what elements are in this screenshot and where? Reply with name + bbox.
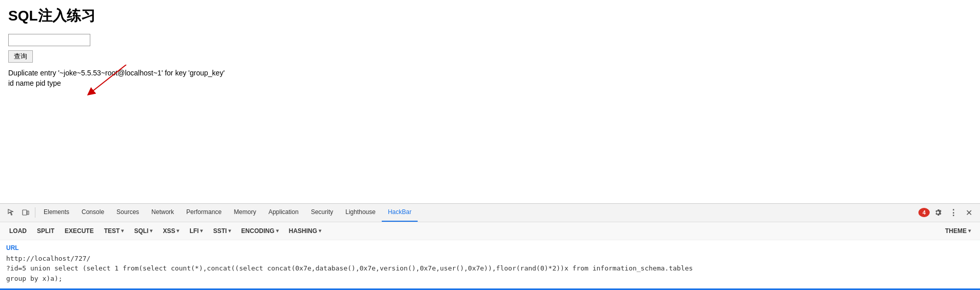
error-badge: 4: [918, 208, 930, 217]
svg-rect-1: [23, 210, 27, 215]
hackbar-theme-button[interactable]: THEME ▾: [942, 225, 974, 237]
tab-elements[interactable]: Elements: [37, 203, 75, 222]
devtools-panel: Elements Console Sources Network Perform…: [0, 203, 980, 291]
hackbar-execute-button[interactable]: EXECUTE: [62, 225, 97, 237]
svg-rect-2: [27, 211, 29, 215]
hackbar-content: LOAD SPLIT EXECUTE TEST ▾ SQLI ▾ XSS ▾ L…: [0, 222, 980, 291]
devtools-toolbar: Elements Console Sources Network Perform…: [0, 204, 980, 222]
hackbar-load-button[interactable]: LOAD: [6, 225, 30, 237]
tab-performance[interactable]: Performance: [180, 203, 228, 222]
tab-lighthouse[interactable]: Lighthouse: [339, 203, 382, 222]
tab-memory[interactable]: Memory: [228, 203, 262, 222]
url-line1: http://localhost/727/: [6, 255, 90, 262]
hackbar-url-section: URL http://localhost/727/ ?id=5 union se…: [0, 240, 980, 286]
sqli-dropdown-arrow: ▾: [150, 228, 152, 234]
hackbar-encoding-button[interactable]: ENCODING ▾: [238, 225, 282, 237]
hackbar-sqli-button[interactable]: SQLI ▾: [131, 225, 155, 237]
columns-info: id name pid type: [8, 79, 972, 87]
query-button[interactable]: 查询: [8, 50, 33, 63]
hackbar-split-button[interactable]: SPLIT: [34, 225, 57, 237]
hackbar-test-button[interactable]: TEST ▾: [101, 225, 127, 237]
error-message: Duplicate entry '~joke~5.5.53~root@local…: [8, 69, 972, 77]
hackbar-xss-button[interactable]: XSS ▾: [160, 225, 182, 237]
tab-network[interactable]: Network: [145, 203, 180, 222]
url-line3: group by x)a);: [6, 275, 63, 282]
hashing-dropdown-arrow: ▾: [319, 228, 321, 234]
tab-security[interactable]: Security: [305, 203, 339, 222]
tab-hackbar[interactable]: HackBar: [382, 203, 418, 222]
more-options-icon[interactable]: ⋮: [946, 205, 961, 220]
url-line2: ?id=5 union select (select 1 from(select…: [6, 264, 693, 272]
hackbar-lfi-button[interactable]: LFI ▾: [186, 225, 206, 237]
ssti-dropdown-arrow: ▾: [228, 228, 231, 234]
inspect-icon[interactable]: [4, 205, 18, 220]
tab-application[interactable]: Application: [262, 203, 305, 222]
tab-console[interactable]: Console: [75, 203, 110, 222]
device-toolbar-icon[interactable]: [18, 205, 33, 220]
hackbar-hashing-button[interactable]: HASHING ▾: [286, 225, 324, 237]
lfi-dropdown-arrow: ▾: [200, 228, 203, 234]
toolbar-separator: [35, 207, 35, 218]
xss-dropdown-arrow: ▾: [177, 228, 179, 234]
hackbar-ssti-button[interactable]: SSTI ▾: [210, 225, 234, 237]
page-wrapper: SQL注入练习 查询 Duplicate entry '~joke~5.5.53…: [0, 0, 980, 290]
search-input[interactable]: [8, 34, 90, 46]
main-content: SQL注入练习 查询 Duplicate entry '~joke~5.5.53…: [0, 0, 980, 93]
devtools-right-icons: 4 ⋮ ✕: [918, 205, 976, 220]
encoding-dropdown-arrow: ▾: [276, 228, 279, 234]
tab-sources[interactable]: Sources: [110, 203, 145, 222]
url-label: URL: [6, 244, 974, 252]
theme-dropdown-arrow: ▾: [968, 228, 971, 234]
page-title: SQL注入练习: [8, 6, 972, 26]
close-devtools-button[interactable]: ✕: [962, 205, 976, 220]
hackbar-toolbar: LOAD SPLIT EXECUTE TEST ▾ SQLI ▾ XSS ▾ L…: [0, 222, 980, 240]
url-text[interactable]: http://localhost/727/ ?id=5 union select…: [6, 254, 974, 284]
settings-icon[interactable]: [931, 205, 945, 220]
test-dropdown-arrow: ▾: [121, 228, 124, 234]
